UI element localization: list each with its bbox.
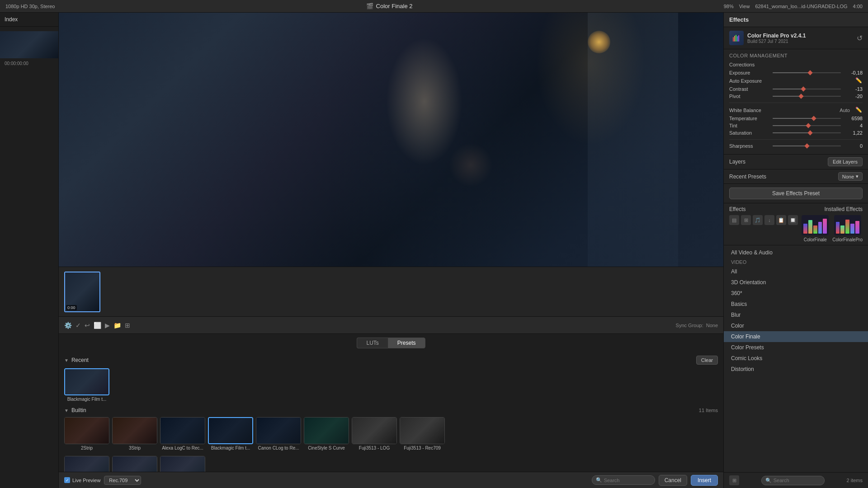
effects-item-color-presets[interactable]: Color Presets [724, 342, 868, 353]
recent-section-header: ▼ Recent Clear [64, 356, 718, 365]
preset-thumb-fuji-log[interactable] [352, 417, 397, 444]
clear-button[interactable]: Clear [696, 356, 718, 365]
preset-item-2strip[interactable]: 2Strip [64, 417, 109, 450]
auto-exposure-edit-icon[interactable]: ✏️ [855, 77, 863, 84]
color-space-select[interactable]: Rec.709 Rec.2020 sRGB [104, 476, 141, 485]
effects-search-box: 🔍 [761, 476, 825, 485]
effects-item-360[interactable]: 360* [724, 288, 868, 299]
toolbar-icon-1[interactable]: ⚙️ [64, 322, 72, 329]
tint-slider[interactable] [773, 125, 841, 126]
thumbnail-item-1[interactable]: 0:00 [64, 272, 100, 312]
installed-item-colorfinale-pro[interactable]: ColorFinalePro [832, 215, 863, 242]
saturation-slider[interactable] [773, 132, 841, 133]
preset-item-blackmagic[interactable]: Blackmagic Film t... [208, 417, 253, 450]
preset-label-alexa: Alexa LogC to Rec... [160, 446, 205, 450]
search-icon: 🔍 [596, 477, 602, 483]
preset-thumb-cinestyle[interactable] [304, 417, 349, 444]
toolbar-icon-5[interactable]: ▶ [105, 322, 110, 329]
effects-item-blur[interactable]: Blur [724, 310, 868, 320]
live-preview-toggle[interactable]: ✓ Live Preview [64, 477, 100, 483]
edit-layers-button[interactable]: Edit Layers [828, 157, 863, 166]
preset-item-extra-3[interactable] [160, 456, 205, 472]
effects-item-video-category: VIDEO [724, 258, 868, 266]
preset-item-extra-2[interactable] [112, 456, 157, 472]
effects-search-icon: 🔍 [765, 478, 772, 483]
eff-icon-1[interactable]: ▤ [729, 215, 739, 225]
pivot-slider[interactable] [773, 96, 841, 97]
preset-thumb-extra-3[interactable] [160, 456, 205, 472]
zoom-level[interactable]: 98% [724, 4, 734, 9]
preset-thumb-2strip[interactable] [64, 417, 109, 444]
effects-search-input[interactable] [774, 478, 821, 483]
search-input[interactable] [604, 478, 651, 483]
effects-item-color-finale[interactable]: Color Finale [724, 331, 868, 342]
eff-icon-3[interactable]: 🎵 [753, 215, 763, 225]
effects-item-color[interactable]: Color [724, 320, 868, 331]
effects-item-all[interactable]: All [724, 266, 868, 277]
param-row-tint: Tint 4 [729, 123, 863, 128]
wb-auto-label: Auto [840, 108, 850, 113]
preset-thumb-fuji-rec[interactable] [400, 417, 445, 444]
live-preview-checkbox[interactable]: ✓ [64, 477, 70, 483]
eff-icon-4[interactable]: ↓ [764, 215, 774, 225]
toolbar-icon-7[interactable]: ⊞ [125, 322, 130, 329]
tab-luts[interactable]: LUTs [357, 338, 387, 348]
eff-icon-5[interactable]: 📋 [776, 215, 786, 225]
resolution-label: 1080p HD 30p, Stereo [5, 4, 55, 9]
preset-thumb-extra-1[interactable] [64, 456, 109, 472]
cancel-button[interactable]: Cancel [659, 475, 687, 486]
preset-thumb-3strip[interactable] [112, 417, 157, 444]
preset-thumb-recent-1[interactable] [64, 368, 109, 395]
effects-item-basics[interactable]: Basics [724, 299, 868, 310]
recent-arrow[interactable]: ▼ [64, 358, 69, 363]
installed-item-colorfinale[interactable]: ColorFinale [802, 215, 829, 242]
eff-icon-2[interactable]: ⊞ [741, 215, 751, 225]
cfp-info: Color Finale Pro v2.4.1 Build 527 Jul 7 … [747, 33, 853, 44]
app-icon: 🎬 [366, 3, 373, 9]
installed-thumb-colorfinale-pro [834, 215, 861, 235]
index-thumb-1[interactable] [0, 31, 58, 58]
cfp-reset-icon[interactable]: ↺ [857, 34, 863, 42]
toolbar-icon-6[interactable]: 📁 [113, 322, 121, 329]
effects-grid-icon[interactable]: ⊞ [729, 475, 739, 485]
preset-item-alexa[interactable]: Alexa LogC to Rec... [160, 417, 205, 450]
preset-item-cinestyle[interactable]: CineStyle S Curve [304, 417, 349, 450]
toolbar-icon-2[interactable]: ✓ [75, 322, 81, 329]
effects-item-all-video[interactable]: All Video & Audio [724, 247, 868, 258]
sync-group-value[interactable]: None [706, 323, 718, 328]
recent-presets-row: Recent Presets None ▾ [724, 169, 868, 184]
tab-presets[interactable]: Presets [388, 338, 425, 348]
preset-thumb-alexa[interactable] [160, 417, 205, 444]
preset-item-fuji-log[interactable]: Fuji3513 - LOG [352, 417, 397, 450]
auto-exposure-label: Auto Exposure [729, 78, 770, 84]
sharpness-slider[interactable] [773, 145, 841, 146]
app-title-area: 🎬 Color Finale 2 [366, 3, 413, 9]
contrast-slider[interactable] [773, 89, 841, 89]
installed-label-colorfinale: ColorFinale [804, 237, 827, 242]
effects-item-3d[interactable]: 3D Orientation [724, 277, 868, 288]
insert-button[interactable]: Insert [691, 475, 718, 486]
view-button[interactable]: View [739, 4, 750, 9]
temperature-slider[interactable] [773, 118, 841, 119]
eff-icon-6[interactable]: 🔲 [788, 215, 798, 225]
index-timecode: 00:00:00:00 [0, 60, 58, 67]
preset-thumb-canon[interactable] [256, 417, 301, 444]
builtin-arrow[interactable]: ▼ [64, 408, 69, 413]
preset-item-3strip[interactable]: 3Strip [112, 417, 157, 450]
wb-edit-icon[interactable]: ✏️ [855, 107, 863, 114]
toolbar-icon-4[interactable]: ⬜ [94, 322, 101, 329]
preset-item-fuji-rec[interactable]: Fuji3513 - Rec709 [400, 417, 445, 450]
save-effects-preset-button[interactable]: Save Effects Preset [729, 188, 863, 199]
effects-item-distortion[interactable]: Distortion [724, 364, 868, 375]
preset-thumb-extra-2[interactable] [112, 456, 157, 472]
preset-item-canon[interactable]: Canon CLog to Re... [256, 417, 301, 450]
exposure-value: -0,18 [844, 70, 863, 75]
preset-item-recent-1[interactable]: Blackmagic Film t... [64, 368, 109, 402]
recent-presets-dropdown[interactable]: None ▾ [838, 172, 863, 181]
preset-item-extra-1[interactable] [64, 456, 109, 472]
preset-thumb-blackmagic[interactable] [208, 417, 253, 444]
param-row-sharpness: Sharpness 0 [729, 143, 863, 149]
exposure-slider[interactable] [773, 72, 841, 73]
toolbar-icon-3[interactable]: ↩ [85, 322, 90, 329]
effects-item-comic-looks[interactable]: Comic Looks [724, 353, 868, 364]
